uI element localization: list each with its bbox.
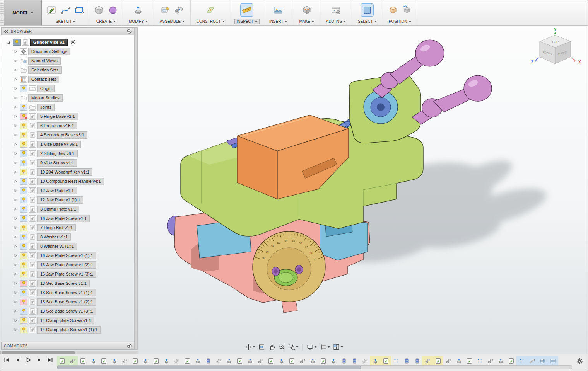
- folder-label[interactable]: Origin: [37, 85, 55, 92]
- zoom-button[interactable]: [277, 343, 287, 351]
- position-revert-button[interactable]: [401, 4, 413, 16]
- visibility-bulb-icon[interactable]: [20, 187, 27, 194]
- sketch-spline-button[interactable]: [59, 4, 72, 16]
- browser-component-row[interactable]: 10 Compound Rest Handle v4:1: [1, 177, 134, 186]
- component-label[interactable]: 6 Protractor v15:1: [37, 122, 77, 129]
- browser-component-row[interactable]: 13 Sec Base Screw v1 (2):1: [1, 297, 134, 306]
- toolbar-group-label[interactable]: CONSTRUCT: [194, 19, 227, 24]
- visibility-bulb-icon[interactable]: [20, 215, 27, 222]
- component-label[interactable]: 16 Jaw Plate Screw v1:1: [37, 215, 90, 222]
- scrollbar-thumb[interactable]: [2, 351, 75, 354]
- position-capture-button[interactable]: [387, 4, 399, 16]
- visibility-bulb-icon[interactable]: [20, 252, 27, 259]
- component-label[interactable]: 3 Clamp Plate v1:1: [37, 206, 79, 213]
- timeline-feature-sketch[interactable]: [381, 356, 391, 366]
- assemble-component-button[interactable]: [159, 4, 171, 16]
- timeline-feature-joint[interactable]: [297, 356, 308, 366]
- tri-collapsed-icon[interactable]: [13, 198, 19, 202]
- visibility-bulb-icon[interactable]: [20, 317, 27, 324]
- sketch-create-button[interactable]: [45, 4, 58, 16]
- folder-label[interactable]: Named Views: [28, 57, 61, 65]
- timeline-feature-grid[interactable]: [548, 356, 558, 366]
- insert-image-button[interactable]: [272, 4, 284, 16]
- sketch-rect-button[interactable]: [73, 4, 85, 16]
- tri-collapsed-icon[interactable]: [13, 106, 19, 109]
- browser-folder-selection-sets[interactable]: Selection Sets: [1, 65, 134, 75]
- modify-presspull-button[interactable]: [132, 4, 144, 16]
- timeline-feature-joint[interactable]: [120, 356, 130, 366]
- folder-label[interactable]: Contact: sets: [28, 76, 59, 83]
- tri-collapsed-icon[interactable]: [13, 282, 19, 285]
- component-label[interactable]: 8 Washer v1 (1):1: [37, 243, 77, 250]
- timeline-feature-sketch[interactable]: [266, 356, 276, 366]
- timeline-feature-sketch[interactable]: [182, 356, 193, 366]
- visibility-bulb-icon[interactable]: [20, 197, 27, 203]
- tri-collapsed-icon[interactable]: [13, 254, 19, 257]
- tri-collapsed-icon[interactable]: [13, 263, 19, 267]
- timeline-feature-extrude[interactable]: [109, 356, 120, 366]
- timeline-feature-extrude[interactable]: [308, 356, 318, 366]
- visibility-bulb-icon[interactable]: [20, 141, 27, 148]
- timeline-feature-pattern[interactable]: [516, 356, 527, 366]
- visibility-bulb-icon[interactable]: [20, 113, 27, 120]
- browser-folder-origin[interactable]: Origin: [1, 84, 134, 93]
- create-box-button[interactable]: [93, 4, 105, 16]
- browser-component-row[interactable]: 7 Hinge Bolt v1:1: [1, 223, 134, 232]
- component-label[interactable]: 13 Sec Base Screw v1 (2):1: [37, 298, 96, 306]
- timeline-feature-sketch[interactable]: [234, 356, 245, 366]
- component-label[interactable]: 13 Sec Base Screw v1 (1):1: [37, 289, 96, 296]
- component-label[interactable]: 9 Vise Screw v4:1: [37, 159, 77, 167]
- timeline-feature-sketch[interactable]: [57, 356, 67, 366]
- tri-collapsed-icon[interactable]: [13, 59, 19, 63]
- zoom-window-button[interactable]: [287, 343, 300, 351]
- visibility-bulb-icon[interactable]: [20, 85, 27, 92]
- visibility-bulb-icon[interactable]: [20, 225, 27, 231]
- tri-collapsed-icon[interactable]: [13, 208, 19, 211]
- tri-expanded-icon[interactable]: [6, 41, 12, 44]
- browser-folder-named-views[interactable]: Named Views: [1, 56, 134, 65]
- tri-collapsed-icon[interactable]: [13, 87, 19, 90]
- browser-folder-document-settings[interactable]: Document Settings: [1, 47, 134, 56]
- step-back-button[interactable]: [14, 357, 21, 363]
- browser-component-row[interactable]: 8 Washer v1:1: [1, 232, 134, 242]
- tri-collapsed-icon[interactable]: [13, 226, 19, 230]
- fit-view-button[interactable]: [257, 343, 267, 351]
- component-label[interactable]: 4 Secondary Base v3:1: [37, 131, 87, 139]
- skip-start-button[interactable]: [3, 357, 10, 363]
- browser-component-row[interactable]: 14 Clamp plate Screw v1:1: [1, 316, 134, 325]
- timeline-feature-joint[interactable]: [422, 356, 433, 366]
- visibility-bulb-icon[interactable]: [20, 271, 27, 277]
- timeline-feature-joint[interactable]: [360, 356, 370, 366]
- toolbar-group-label[interactable]: ADD-INS: [324, 19, 348, 24]
- browser-component-row[interactable]: 13 Sec Base Screw v1:1: [1, 279, 134, 288]
- browser-component-row[interactable]: 13 Sec Base Screw v1 (3):1: [1, 306, 134, 316]
- browser-component-row[interactable]: 14 Clamp plate Screw v1 (1):1: [1, 325, 134, 334]
- timeline-feature-extrude[interactable]: [88, 356, 99, 366]
- toolbar-group-label[interactable]: INSPECT: [234, 19, 260, 24]
- protractor-dial[interactable]: 9080706050403020100: [253, 231, 325, 302]
- browser-resize-grip[interactable]: [134, 27, 138, 350]
- timeline-feature-sketch[interactable]: [130, 356, 140, 366]
- collapse-panel-icon[interactable]: [4, 29, 9, 33]
- toolbar-group-label[interactable]: ASSEMBLE: [157, 19, 187, 24]
- visibility-bulb-icon[interactable]: [20, 178, 27, 185]
- component-label[interactable]: 1 Vise Base v7 v6:1: [37, 141, 81, 148]
- timeline-feature-sketch[interactable]: [151, 356, 161, 366]
- tri-collapsed-icon[interactable]: [13, 180, 19, 183]
- timeline-feature-extrude[interactable]: [370, 356, 381, 366]
- tri-collapsed-icon[interactable]: [13, 152, 19, 155]
- browser-folder-motion-studies[interactable]: Motion Studies: [1, 93, 134, 102]
- component-label[interactable]: 8 Washer v1:1: [37, 233, 71, 241]
- tri-collapsed-icon[interactable]: [13, 133, 19, 137]
- timeline-feature-extrude[interactable]: [496, 356, 506, 366]
- tri-collapsed-icon[interactable]: [13, 68, 19, 72]
- component-label[interactable]: 16 Jaw Plate Screw v1 (3):1: [37, 271, 96, 278]
- timeline-feature-thread[interactable]: [402, 356, 412, 366]
- browser-component-row[interactable]: 16 Jaw Plate Screw v1 (1):1: [1, 251, 134, 260]
- folder-label[interactable]: Document Settings: [28, 48, 70, 55]
- browser-component-row[interactable]: 19 204 Woodruff Key v1:1: [1, 167, 134, 177]
- browser-component-row[interactable]: 16 Jaw Plate Screw v1 (2):1: [1, 260, 134, 269]
- tri-collapsed-icon[interactable]: [13, 291, 19, 294]
- browser-component-row[interactable]: 4 Secondary Base v3:1: [1, 130, 134, 140]
- workspace-switcher[interactable]: MODEL: [4, 0, 42, 25]
